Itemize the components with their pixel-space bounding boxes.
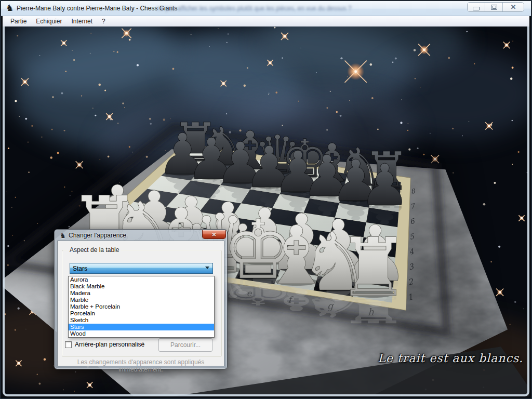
- menu-echiquier[interactable]: Echiquier: [31, 17, 66, 26]
- appearance-option[interactable]: Wood: [69, 330, 214, 337]
- minimize-icon: [473, 7, 480, 10]
- dialog-title: Changer l'apparence: [69, 232, 126, 239]
- change-appearance-dialog[interactable]: ♞ Changer l'apparence ✕ Aspect de la tab…: [54, 229, 228, 369]
- app-knight-icon: ♞: [6, 4, 14, 13]
- turn-indicator-text: Le trait est aux blancs.: [378, 352, 523, 365]
- menu-help[interactable]: ?: [97, 17, 110, 26]
- menu-bar: Partie Echiquier Internet ?: [3, 16, 529, 26]
- dialog-close-button[interactable]: ✕: [202, 230, 226, 239]
- appearance-option[interactable]: Porcelain: [69, 310, 214, 317]
- title-bar[interactable]: ♞ Pierre-Marie Baty contre Pierre-Marie …: [1, 1, 531, 16]
- appearance-option[interactable]: Sketch: [69, 317, 214, 324]
- chevron-down-icon: [205, 267, 209, 269]
- close-button[interactable]: ✕: [503, 3, 524, 11]
- custom-background-row: Arrière-plan personnalisé: [65, 341, 144, 348]
- minimize-button[interactable]: [468, 3, 485, 11]
- appearance-option[interactable]: Marble + Porcelain: [69, 303, 214, 310]
- dialog-status-text: Les changements d'apparence sont appliqu…: [58, 358, 224, 373]
- appearance-combobox[interactable]: Stars: [70, 263, 213, 274]
- appearance-option[interactable]: Aurora: [69, 276, 214, 283]
- background-ghost-text: ne pas afficher les symboles plutôt que …: [157, 5, 466, 12]
- window-controls: ✕: [467, 2, 524, 12]
- application-window: ♞ Pierre-Marie Baty contre Pierre-Marie …: [0, 0, 532, 399]
- appearance-option[interactable]: Madera: [69, 290, 214, 297]
- window-title: Pierre-Marie Baty contre Pierre-Marie Ba…: [17, 5, 177, 12]
- white-chess-piece[interactable]: ♜: [337, 220, 410, 315]
- custom-background-checkbox[interactable]: [65, 341, 72, 348]
- dialog-knight-icon: ♞: [60, 232, 66, 240]
- checkbox-label: Arrière-plan personnalisé: [75, 341, 144, 348]
- combobox-value: Stars: [70, 265, 87, 272]
- menu-internet[interactable]: Internet: [66, 17, 97, 26]
- browse-button: Parcourir...: [158, 338, 212, 352]
- close-icon: ✕: [511, 4, 516, 10]
- maximize-icon: [491, 5, 497, 10]
- appearance-option[interactable]: Stars: [69, 324, 214, 330]
- appearance-listbox[interactable]: AuroraBlack MarbleMaderaMarbleMarble + P…: [68, 276, 215, 338]
- appearance-option[interactable]: Black Marble: [69, 283, 214, 290]
- groupbox-label: Aspect de la table: [68, 246, 121, 254]
- dialog-close-icon: ✕: [212, 232, 216, 237]
- dialog-body: Aspect de la table Stars AuroraBlack Mar…: [57, 241, 224, 366]
- maximize-button[interactable]: [485, 3, 503, 11]
- menu-partie[interactable]: Partie: [6, 17, 31, 26]
- appearance-option[interactable]: Marble: [69, 297, 214, 303]
